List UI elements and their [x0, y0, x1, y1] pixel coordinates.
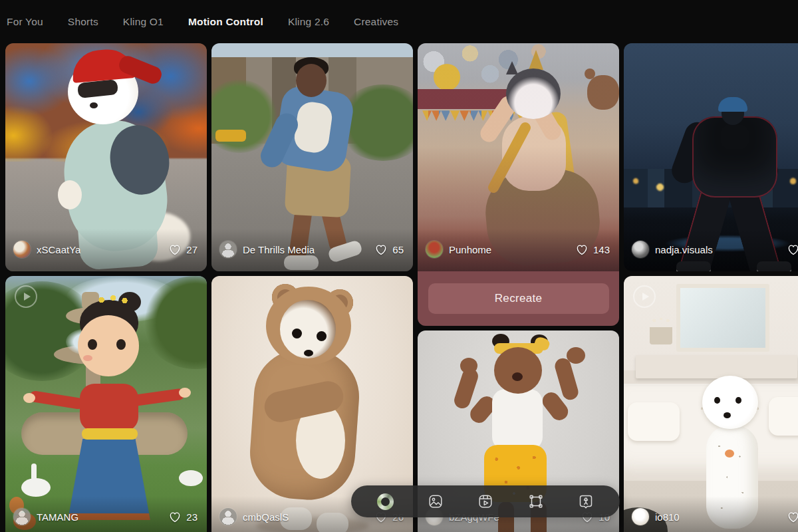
- username[interactable]: De Thrills Media: [243, 244, 315, 255]
- avatar[interactable]: [426, 241, 443, 258]
- card-footer: xSCaatYa 27: [5, 229, 207, 271]
- girl-eye: [88, 339, 97, 350]
- goose-neck: [31, 464, 37, 481]
- video-card-tamang[interactable]: TAMANG 23: [5, 276, 207, 532]
- avatar[interactable]: [632, 241, 649, 258]
- tab-shorts[interactable]: Shorts: [68, 16, 98, 28]
- dog-head: [702, 376, 758, 429]
- canvas-frame-icon[interactable]: [527, 493, 545, 510]
- video-card-de-thrills[interactable]: De Thrills Media 65: [211, 43, 413, 271]
- girl-blush: [83, 355, 92, 361]
- white-tank-top: [492, 389, 543, 450]
- baby-head: [494, 347, 542, 394]
- baby-fist: [567, 347, 585, 364]
- grid-column-3: Punhome 143 Recreate: [418, 43, 619, 532]
- image-icon[interactable]: [427, 493, 444, 510]
- top-nav: For You Shorts Kling O1 Motion Control K…: [0, 0, 798, 43]
- baby-mouth: [512, 372, 523, 381]
- card-footer: TAMANG 23: [5, 496, 207, 532]
- video-thumbnail-night-dancer[interactable]: nadja.visuals 50: [624, 43, 798, 271]
- grid-column-2: De Thrills Media 65: [211, 43, 413, 532]
- recreate-button[interactable]: Recreate: [428, 283, 609, 314]
- video-card-io810[interactable]: io810 20: [624, 276, 798, 532]
- heart-icon[interactable]: [575, 243, 589, 256]
- kling-logo-ring: [377, 493, 394, 510]
- tab-kling-26[interactable]: Kling 2.6: [288, 16, 329, 28]
- recreate-panel: Recreate: [418, 271, 619, 326]
- dog-paw: [58, 180, 82, 209]
- girl-arm: [29, 390, 85, 410]
- like-count: 65: [392, 244, 404, 255]
- grid-column-1: xSCaatYa 27: [5, 43, 207, 532]
- heart-icon[interactable]: [787, 243, 798, 256]
- grid-column-4: nadja.visuals 50: [624, 43, 798, 532]
- pose-person-icon[interactable]: [577, 493, 595, 510]
- play-circle-icon: [15, 285, 37, 308]
- app-screen: { "nav": { "items": [ {"label": "For You…: [0, 0, 798, 532]
- girl-face: [78, 315, 139, 376]
- card-footer: io810 20: [624, 496, 798, 532]
- dog-toy: [725, 450, 734, 458]
- video-card-xscaatya[interactable]: xSCaatYa 27: [5, 43, 207, 271]
- kling-logo[interactable]: [376, 493, 394, 510]
- video-thumbnail-husky-dancer[interactable]: Punhome 143: [418, 43, 619, 271]
- video-card-nadja[interactable]: nadja.visuals 50: [624, 43, 798, 271]
- card-footer: nadja.visuals 50: [624, 229, 798, 271]
- video-card-punhome-hovered[interactable]: Punhome 143 Recreate: [418, 43, 619, 326]
- username[interactable]: io810: [655, 511, 680, 523]
- sofa-cushion: [628, 402, 680, 441]
- username[interactable]: Punhome: [449, 244, 491, 255]
- dog-eye: [735, 397, 741, 404]
- like-count: 23: [186, 511, 198, 523]
- video-thumbnail-park-girl[interactable]: TAMANG 23: [5, 276, 207, 532]
- tab-motion-control[interactable]: Motion Control: [188, 16, 263, 28]
- girl-eye: [116, 339, 126, 350]
- taxi: [215, 130, 246, 142]
- baby-fist: [460, 358, 477, 374]
- avatar-placeholder[interactable]: [13, 508, 31, 525]
- dog-eye: [317, 331, 327, 341]
- video-thumbnail-white-room-dog[interactable]: io810 20: [624, 276, 798, 532]
- puffer-jacket: [692, 116, 777, 198]
- avatar[interactable]: [632, 508, 649, 525]
- username[interactable]: nadja.visuals: [655, 244, 713, 255]
- heart-icon[interactable]: [374, 243, 388, 256]
- girl-hand: [23, 393, 35, 403]
- mirror: [676, 284, 769, 352]
- avatar-placeholder[interactable]: [219, 241, 237, 258]
- like-count: 143: [593, 244, 610, 255]
- candelabra: [650, 318, 672, 344]
- girl-sash: [82, 428, 138, 440]
- heart-icon[interactable]: [168, 243, 182, 256]
- heart-icon[interactable]: [787, 510, 798, 523]
- video-masonry-grid: xSCaatYa 27: [5, 43, 798, 532]
- girl-top: [80, 384, 138, 432]
- video-thumbnail-street-dancer[interactable]: De Thrills Media 65: [211, 43, 413, 271]
- avatar-placeholder[interactable]: [219, 508, 237, 525]
- video-frames-icon[interactable]: [477, 493, 494, 510]
- username[interactable]: TAMANG: [37, 511, 78, 523]
- heart-icon[interactable]: [168, 510, 182, 523]
- bottom-toolbar: [351, 485, 620, 517]
- card-footer: Punhome 143: [418, 229, 619, 271]
- card-footer: De Thrills Media 65: [211, 229, 413, 271]
- mantel: [636, 355, 797, 379]
- username[interactable]: xSCaatYa: [37, 244, 80, 255]
- tab-for-you[interactable]: For You: [7, 16, 43, 28]
- play-circle-icon: [633, 285, 656, 308]
- sofa-cushion: [769, 397, 798, 436]
- like-count: 27: [186, 244, 198, 255]
- tab-creatives[interactable]: Creatives: [354, 16, 398, 28]
- hair-flowers: [96, 293, 134, 307]
- girl-hand: [179, 388, 191, 398]
- blue-cap: [718, 97, 747, 112]
- goose: [179, 470, 203, 486]
- avatar[interactable]: [13, 241, 31, 258]
- video-thumbnail-graffiti-dog[interactable]: xSCaatYa 27: [5, 43, 207, 271]
- tab-kling-o1[interactable]: Kling O1: [123, 16, 164, 28]
- goose: [21, 478, 51, 497]
- dog-nose: [304, 350, 313, 356]
- username[interactable]: cmbQaslS: [243, 511, 289, 523]
- dancer-head: [296, 64, 327, 97]
